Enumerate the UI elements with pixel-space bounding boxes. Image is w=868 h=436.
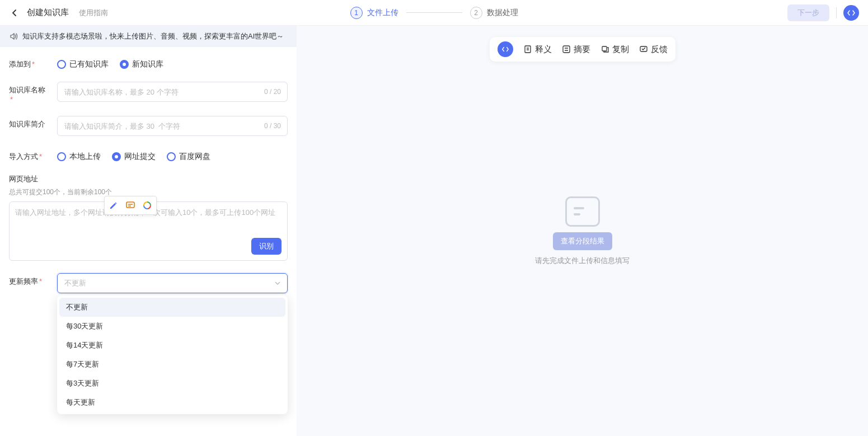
svg-rect-2 — [602, 46, 607, 51]
dropdown-option-5[interactable]: 每天更新 — [59, 393, 285, 412]
url-heading: 网页地址 — [9, 174, 288, 184]
step-num-2: 2 — [470, 7, 482, 19]
toolbar-summary[interactable]: 摘要 — [562, 44, 590, 55]
kb-name-row: 知识库名称* 0 / 20 — [9, 82, 288, 104]
update-freq-select[interactable]: 不更新 — [57, 273, 288, 293]
step-label-1: 文件上传 — [367, 8, 398, 18]
right-toolbar: 释义 摘要 复制 反馈 — [490, 37, 675, 62]
notice-bar: 知识库支持多模态场景啦，快来上传图片、音频、视频，探索更丰富的AI世界吧～ — [0, 26, 297, 47]
import-method-label: 导入方式* — [9, 148, 49, 162]
kb-intro-counter: 0 / 30 — [264, 122, 281, 130]
next-button[interactable]: 下一步 — [787, 4, 829, 21]
kb-intro-row: 知识库简介 0 / 30 — [9, 116, 288, 136]
dropdown-option-3[interactable]: 每7天更新 — [59, 355, 285, 374]
google-icon[interactable] — [140, 199, 154, 212]
svg-rect-4 — [126, 202, 134, 208]
right-panel: 释义 摘要 复制 反馈 查看分段结果 请先完成文件上传和信息填写 — [297, 26, 868, 436]
guide-link[interactable]: 使用指南 — [79, 8, 108, 18]
dropdown-option-0[interactable]: 不更新 — [59, 298, 285, 317]
chevron-left-icon — [11, 9, 18, 17]
update-freq-label: 更新频率* — [9, 273, 49, 287]
left-panel: 知识库支持多模态场景啦，快来上传图片、音频、视频，探索更丰富的AI世界吧～ 添加… — [0, 26, 297, 436]
speaker-icon — [9, 32, 18, 41]
kb-intro-wrap: 0 / 30 — [57, 116, 288, 136]
steps: 1 文件上传 2 数据处理 — [350, 7, 518, 19]
radio-circle — [57, 60, 66, 69]
update-freq-row: 更新频率* 不更新 不更新 每30天更新 每14天更新 每7天更新 每3天更新 … — [9, 273, 288, 293]
recognize-button[interactable]: 识别 — [251, 238, 281, 255]
header-right: 下一步 — [787, 4, 859, 21]
step-label-2: 数据处理 — [487, 8, 518, 18]
url-section: 网页地址 总共可提交100个，当前剩余100个 识别 — [9, 174, 288, 261]
radio-circle — [120, 60, 129, 69]
toolbar-feedback[interactable]: 反馈 — [639, 44, 668, 55]
book-icon — [523, 45, 532, 54]
step-2: 2 数据处理 — [470, 7, 518, 19]
toolbar-ai-icon[interactable] — [498, 41, 513, 57]
kb-intro-label: 知识库简介 — [9, 116, 49, 129]
step-1: 1 文件上传 — [350, 7, 398, 19]
document-icon — [565, 196, 600, 227]
toolbar-copy[interactable]: 复制 — [600, 44, 629, 55]
update-freq-select-wrap: 不更新 不更新 每30天更新 每14天更新 每7天更新 每3天更新 每天更新 — [57, 273, 288, 293]
toolbar-paraphrase[interactable]: 释义 — [523, 44, 552, 55]
back-button[interactable] — [9, 7, 20, 18]
step-num-1: 1 — [350, 7, 363, 19]
ai-badge[interactable] — [843, 5, 859, 21]
kb-name-wrap: 0 / 20 — [57, 82, 288, 102]
copy-icon — [600, 45, 609, 54]
kb-name-input[interactable] — [57, 82, 288, 102]
page-title: 创建知识库 — [27, 7, 69, 18]
code-icon — [847, 8, 856, 17]
radio-local-upload[interactable]: 本地上传 — [57, 152, 101, 162]
dropdown-option-4[interactable]: 每3天更新 — [59, 374, 285, 393]
comment-icon[interactable] — [124, 199, 137, 212]
svg-rect-0 — [525, 46, 531, 53]
import-method-radios: 本地上传 网址提交 百度网盘 — [57, 148, 288, 162]
radio-new-kb[interactable]: 新知识库 — [120, 59, 163, 69]
kb-intro-input[interactable] — [57, 116, 288, 136]
empty-hint: 请先完成文件上传和信息填写 — [535, 256, 630, 266]
radio-circle — [57, 152, 66, 161]
radio-circle — [167, 152, 176, 161]
radio-url-submit[interactable]: 网址提交 — [112, 152, 156, 162]
kb-name-counter: 0 / 20 — [264, 88, 281, 96]
update-freq-dropdown: 不更新 每30天更新 每14天更新 每7天更新 每3天更新 每天更新 — [57, 296, 288, 414]
import-method-row: 导入方式* 本地上传 网址提交 百度网盘 — [9, 148, 288, 162]
add-to-label: 添加到* — [9, 56, 49, 69]
radio-existing-kb[interactable]: 已有知识库 — [57, 59, 109, 69]
step-divider — [406, 12, 462, 13]
divider — [836, 7, 837, 18]
list-icon — [562, 45, 571, 54]
radio-baidu-pan[interactable]: 百度网盘 — [167, 152, 210, 162]
chevron-down-icon — [274, 280, 281, 287]
kb-name-label: 知识库名称* — [9, 82, 49, 104]
dropdown-option-2[interactable]: 每14天更新 — [59, 336, 285, 355]
notice-text: 知识库支持多模态场景啦，快来上传图片、音频、视频，探索更丰富的AI世界吧～ — [22, 31, 284, 41]
feedback-icon — [639, 45, 648, 54]
code-icon — [501, 45, 509, 53]
add-to-radios: 已有知识库 新知识库 — [57, 56, 288, 69]
floating-toolbar — [104, 196, 157, 215]
form-section: 添加到* 已有知识库 新知识库 知识库名称* 0 / 20 — [0, 47, 297, 315]
edit-icon[interactable] — [107, 199, 120, 212]
add-to-row: 添加到* 已有知识库 新知识库 — [9, 56, 288, 69]
empty-state: 查看分段结果 请先完成文件上传和信息填写 — [535, 196, 630, 266]
dropdown-option-1[interactable]: 每30天更新 — [59, 317, 285, 336]
header: 创建知识库 使用指南 1 文件上传 2 数据处理 下一步 — [0, 0, 868, 26]
svg-rect-1 — [563, 46, 570, 53]
view-segments-button[interactable]: 查看分段结果 — [553, 232, 612, 250]
radio-circle — [112, 152, 121, 161]
main: 知识库支持多模态场景啦，快来上传图片、音频、视频，探索更丰富的AI世界吧～ 添加… — [0, 26, 868, 436]
